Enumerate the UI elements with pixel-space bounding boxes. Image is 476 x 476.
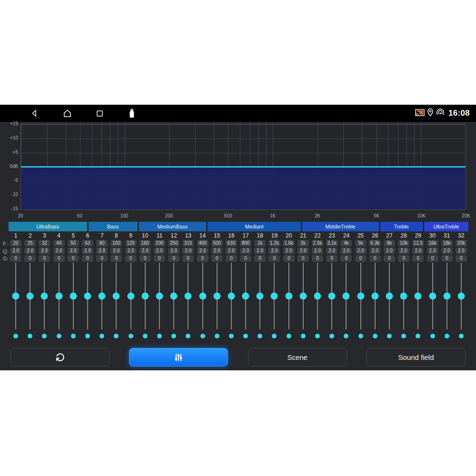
q-value[interactable]: 2.0 — [226, 248, 237, 254]
gain-value[interactable]: 0 — [427, 255, 438, 262]
band-slider[interactable] — [195, 263, 209, 329]
band-ultrabass[interactable]: UltraBass — [9, 222, 87, 231]
channel-dot[interactable] — [129, 334, 133, 338]
slider-knob[interactable] — [271, 293, 278, 300]
slider-knob[interactable] — [343, 293, 350, 300]
q-value[interactable]: 2.0 — [154, 248, 165, 254]
gain-value[interactable]: 0 — [96, 255, 108, 262]
channel-dot[interactable] — [243, 334, 248, 338]
band-slider[interactable] — [167, 263, 181, 329]
slider-knob[interactable] — [415, 293, 422, 300]
frequency-value[interactable]: 8k — [384, 240, 395, 247]
channel-dot[interactable] — [28, 334, 32, 338]
band-slider[interactable] — [23, 263, 37, 329]
band-slider[interactable] — [425, 263, 439, 329]
frequency-value[interactable]: 20 — [10, 240, 21, 247]
channel-dot[interactable] — [287, 334, 291, 338]
channel-dot[interactable] — [329, 334, 334, 338]
slider-knob[interactable] — [357, 293, 364, 300]
gain-value[interactable]: 0 — [53, 255, 65, 262]
q-value[interactable]: 2.0 — [268, 248, 280, 254]
q-value[interactable]: 2.0 — [369, 248, 381, 254]
q-value[interactable]: 2.0 — [168, 248, 179, 254]
band-mediumbass[interactable]: MediumBass — [139, 222, 207, 231]
gain-value[interactable]: 0 — [412, 255, 424, 262]
band-slider[interactable] — [454, 263, 468, 329]
q-value[interactable]: 2.0 — [96, 248, 108, 254]
channel-dot[interactable] — [200, 334, 205, 338]
channel-dot[interactable] — [229, 334, 234, 338]
q-value[interactable]: 2.0 — [39, 248, 50, 254]
q-value[interactable]: 2.0 — [427, 248, 438, 254]
band-slider[interactable] — [339, 263, 353, 329]
q-value[interactable]: 2.0 — [312, 248, 323, 254]
frequency-value[interactable]: 630 — [226, 240, 237, 247]
channel-dot[interactable] — [157, 334, 162, 338]
gain-value[interactable]: 0 — [139, 255, 151, 262]
q-value[interactable]: 2.0 — [110, 248, 122, 254]
slider-knob[interactable] — [156, 293, 163, 300]
frequency-value[interactable]: 6.3k — [369, 240, 381, 247]
slider-knob[interactable] — [170, 293, 178, 300]
slider-knob[interactable] — [400, 293, 407, 300]
band-slider[interactable] — [238, 263, 253, 329]
q-value[interactable]: 2.0 — [139, 248, 151, 254]
band-bass[interactable]: Bass — [89, 222, 138, 231]
channel-dot[interactable] — [272, 334, 277, 338]
channel-dot[interactable] — [401, 334, 406, 338]
channel-dot[interactable] — [13, 334, 18, 338]
q-value[interactable]: 2.0 — [384, 248, 395, 254]
channel-dot[interactable] — [143, 334, 148, 338]
gain-value[interactable]: 0 — [197, 255, 208, 262]
gain-value[interactable]: 0 — [10, 255, 21, 262]
band-ultratreble[interactable]: UltraTreble — [424, 222, 468, 231]
frequency-value[interactable]: 315 — [182, 240, 194, 247]
frequency-value[interactable]: 200 — [154, 240, 165, 247]
q-value[interactable]: 2.0 — [211, 248, 223, 254]
frequency-value[interactable]: 1.6k — [283, 240, 295, 247]
slider-knob[interactable] — [443, 293, 450, 300]
channel-dot[interactable] — [373, 334, 377, 338]
gain-value[interactable]: 0 — [456, 255, 467, 262]
band-slider[interactable] — [354, 263, 368, 329]
gain-value[interactable]: 0 — [110, 255, 122, 262]
frequency-value[interactable]: 3.1k — [326, 240, 338, 247]
channel-dot[interactable] — [358, 334, 363, 338]
channel-dot[interactable] — [57, 334, 61, 338]
channel-dot[interactable] — [42, 334, 47, 338]
frequency-value[interactable]: 800 — [240, 240, 251, 247]
q-value[interactable]: 2.0 — [456, 248, 467, 254]
q-value[interactable]: 2.0 — [441, 248, 453, 254]
band-slider[interactable] — [152, 263, 167, 329]
gain-value[interactable]: 0 — [39, 255, 50, 262]
channel-dot[interactable] — [344, 334, 348, 338]
frequency-value[interactable]: 25 — [24, 240, 36, 247]
gain-value[interactable]: 0 — [182, 255, 194, 262]
band-slider[interactable] — [368, 263, 382, 329]
q-value[interactable]: 2.0 — [68, 248, 79, 254]
frequency-value[interactable]: 125 — [125, 240, 137, 247]
gain-value[interactable]: 0 — [254, 255, 266, 262]
q-value[interactable]: 2.0 — [254, 248, 266, 254]
channel-dot[interactable] — [258, 334, 262, 338]
gain-value[interactable]: 0 — [312, 255, 323, 262]
slider-knob[interactable] — [285, 293, 292, 300]
slider-knob[interactable] — [457, 293, 465, 300]
band-slider[interactable] — [210, 263, 224, 329]
gain-value[interactable]: 0 — [441, 255, 453, 262]
slider-knob[interactable] — [99, 293, 106, 300]
frequency-value[interactable]: 40 — [53, 240, 65, 247]
recents-icon[interactable] — [94, 108, 105, 119]
channel-dot[interactable] — [430, 334, 435, 338]
slider-knob[interactable] — [199, 293, 206, 300]
slider-knob[interactable] — [213, 293, 220, 300]
home-icon[interactable] — [62, 108, 72, 119]
q-value[interactable]: 2.0 — [355, 248, 367, 254]
q-value[interactable]: 2.0 — [240, 248, 251, 254]
band-slider[interactable] — [224, 263, 238, 329]
band-slider[interactable] — [124, 263, 138, 329]
channel-dot[interactable] — [171, 334, 176, 338]
gain-value[interactable]: 0 — [24, 255, 36, 262]
slider-knob[interactable] — [429, 293, 436, 300]
frequency-value[interactable]: 63 — [82, 240, 93, 247]
